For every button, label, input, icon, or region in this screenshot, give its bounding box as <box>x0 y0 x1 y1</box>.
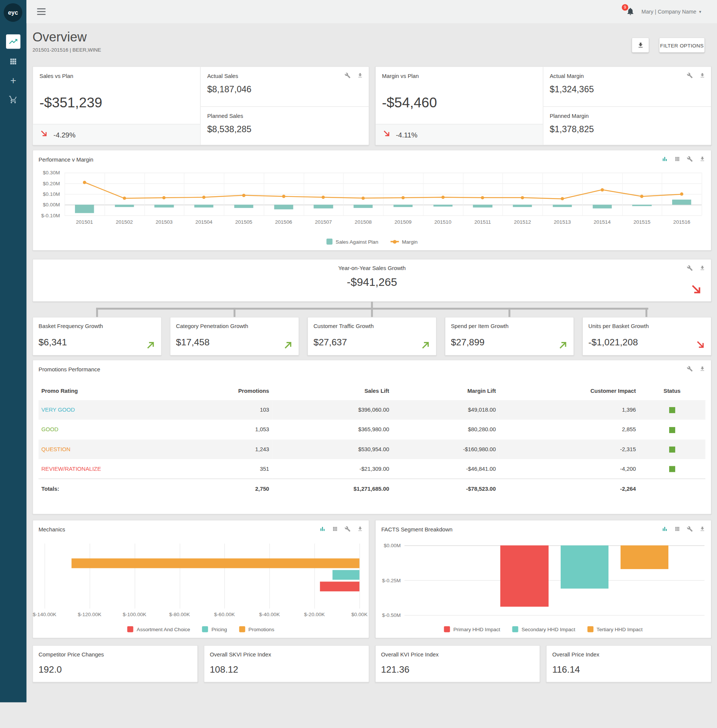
x-axis-label: 201501 <box>76 219 93 225</box>
bar-chart-icon[interactable] <box>662 156 668 162</box>
gridline <box>405 615 705 615</box>
promo-status-cell <box>639 420 705 440</box>
mechanics-card: Mechanics $-140.00K$-120.00K$-100.00K$-8… <box>32 520 369 638</box>
promo-row: QUESTION1,243$530,954.00-$160,980.00-2,3… <box>38 440 705 459</box>
x-axis-label: $-100.00K <box>123 611 147 617</box>
actual-sales: Actual Sales $8,187,046 <box>201 67 368 106</box>
notifications-button[interactable]: 9 <box>626 7 635 16</box>
wrench-icon[interactable] <box>345 526 351 532</box>
legend-swatch <box>587 626 593 632</box>
promo-rating-link[interactable]: GOOD <box>38 420 212 440</box>
facts-legend: Primary HHD ImpactSecondary HHD ImpactTe… <box>376 626 711 632</box>
trend-up-icon <box>558 339 569 353</box>
app-logo[interactable]: eyc <box>4 3 22 22</box>
yoy-children: Basket Frequency Growth$6,341Category Pe… <box>32 317 711 356</box>
promo-row: REVIEW/RATIONALIZE351-$21,309.00-$46,841… <box>38 459 705 479</box>
wrench-icon[interactable] <box>687 265 693 271</box>
plus-icon: + <box>10 75 16 85</box>
margin-point <box>242 194 246 197</box>
planned-sales-label: Planned Sales <box>207 113 243 119</box>
performance-xticks: 2015012015022015032015042015052015062015… <box>64 219 702 226</box>
x-axis-label: $-60.00K <box>214 611 235 617</box>
performance-plot <box>64 172 702 215</box>
promo-cell: -$160,980.00 <box>392 440 498 459</box>
kpi-value: -$351,239 <box>40 95 102 110</box>
download-icon[interactable] <box>357 526 363 532</box>
sidebar-item-overview[interactable] <box>6 34 20 49</box>
growth-card: Category Penetration Growth$17,458 <box>170 317 299 356</box>
margin-point <box>83 181 86 184</box>
legend-label: Promotions <box>248 626 274 632</box>
margin-point <box>202 195 206 199</box>
promo-column-header: Customer Impact <box>498 382 639 400</box>
totals-label: Totals: <box>38 479 212 499</box>
table-icon[interactable] <box>674 156 680 162</box>
gridline <box>315 543 315 609</box>
index-card: Overall Price Index116.14 <box>546 645 711 682</box>
gridline <box>359 543 360 609</box>
index-card: Overall KVI Price Index121.36 <box>375 645 540 682</box>
promo-cell: $49,018.00 <box>392 400 498 420</box>
planned-margin: Planned Margin $1,378,825 <box>543 106 711 146</box>
y-axis-label: $-0.50M <box>382 612 401 618</box>
wrench-icon[interactable] <box>687 156 693 162</box>
index-card-value: 108.12 <box>210 664 238 675</box>
sidebar-item-cart[interactable] <box>8 95 18 104</box>
index-card-title: Overall KVI Price Index <box>381 651 439 658</box>
trend-up-icon <box>420 339 431 353</box>
promo-cell: $1,271,685.00 <box>272 479 392 499</box>
bar-chart-icon[interactable] <box>320 526 326 532</box>
connector-line <box>371 308 373 317</box>
download-icon[interactable] <box>699 156 705 162</box>
kpi-title: Margin vs Plan <box>382 73 419 79</box>
bar-chart-icon[interactable] <box>662 526 668 532</box>
download-icon <box>637 42 644 49</box>
wrench-icon[interactable] <box>687 526 693 532</box>
gridline <box>179 543 180 609</box>
x-axis-label: $0.00K <box>351 611 367 617</box>
promo-rating-link[interactable]: VERY GOOD <box>38 400 212 420</box>
gridline <box>225 543 225 609</box>
planned-sales: Planned Sales $8,538,285 <box>201 106 368 146</box>
chart-title: Mechanics <box>38 527 65 533</box>
margin-point <box>601 188 604 192</box>
promo-column-header: Promo Rating <box>38 382 212 400</box>
y-axis-label: $0.00M <box>43 202 60 208</box>
y-axis-label: $0.20M <box>43 180 60 186</box>
promo-rating-link[interactable]: QUESTION <box>38 440 212 459</box>
planned-margin-value: $1,378,825 <box>550 124 594 134</box>
legend-swatch <box>239 626 245 632</box>
margin-line <box>64 172 702 215</box>
status-indicator <box>669 407 675 413</box>
promo-cell: 2,855 <box>498 420 639 440</box>
gridline <box>269 543 270 609</box>
sidebar-item-grid[interactable] <box>8 56 18 66</box>
download-icon[interactable] <box>699 366 705 372</box>
filter-options-button[interactable]: FILTER OPTIONS <box>659 38 705 52</box>
margin-point <box>561 197 564 201</box>
legend-dot <box>393 240 396 244</box>
table-icon[interactable] <box>674 526 680 532</box>
hamburger-menu-icon[interactable] <box>37 8 46 15</box>
x-axis-label: $-20.00K <box>304 611 325 617</box>
chart-title: Performance v Margin <box>38 156 93 163</box>
kpi-trend-strip: -4.11% <box>375 124 543 145</box>
performance-ylabels: $0.30M$0.20M$0.10M$0.00M$-0.10M <box>38 172 60 215</box>
kpi-sales-trend-icon <box>40 129 49 140</box>
main-content: Overview 201501-201516 | BEER,WINE FILTE… <box>32 23 711 728</box>
yoy-value: -$941,265 <box>33 276 711 289</box>
facts-segment-card: FACTS Segment Breakdown $0.00M$-0.25M$-0… <box>375 520 711 638</box>
promo-rating-link[interactable]: REVIEW/RATIONALIZE <box>38 459 212 479</box>
legend-swatch <box>512 626 518 632</box>
download-button[interactable] <box>632 38 648 52</box>
status-indicator <box>669 427 675 433</box>
wrench-icon[interactable] <box>687 366 693 372</box>
x-axis-label: 201513 <box>554 219 571 225</box>
trend-up-icon <box>283 339 294 353</box>
download-icon[interactable] <box>699 526 705 532</box>
index-card-title: Competitor Price Changes <box>38 651 104 658</box>
table-icon[interactable] <box>332 526 338 532</box>
user-menu[interactable]: Mary | Company Name ▾ <box>642 0 701 23</box>
download-icon[interactable] <box>699 265 705 271</box>
sidebar-item-add[interactable]: + <box>8 76 18 85</box>
